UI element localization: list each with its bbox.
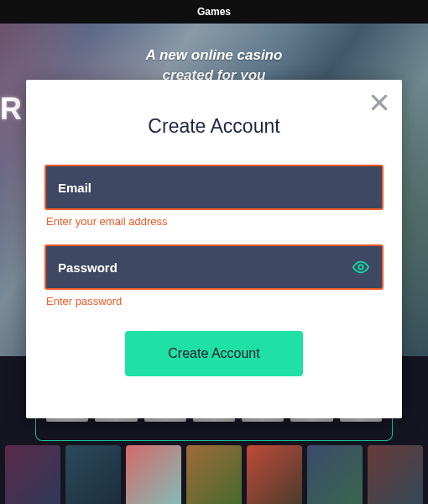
svg-point-2 <box>358 265 363 270</box>
create-account-button[interactable]: Create Account <box>125 331 303 376</box>
create-account-modal: Create Account Email Enter your email ad… <box>26 80 402 418</box>
password-error: Enter password <box>46 295 384 307</box>
modal-title: Create Account <box>44 115 384 138</box>
game-thumbnail[interactable] <box>247 445 302 504</box>
game-thumbnail[interactable] <box>186 445 242 504</box>
password-field[interactable] <box>46 246 382 288</box>
hero-line-1: A new online casino <box>0 45 428 66</box>
game-thumbnails <box>0 445 428 504</box>
game-thumbnail[interactable] <box>126 445 181 504</box>
eye-icon[interactable] <box>352 258 370 276</box>
password-field-wrapper: Password <box>44 244 384 290</box>
email-error: Enter your email address <box>46 215 384 228</box>
game-thumbnail[interactable] <box>307 445 363 504</box>
top-nav[interactable]: Games <box>0 0 428 24</box>
game-thumbnail[interactable] <box>5 445 60 504</box>
nav-games-label: Games <box>197 6 231 18</box>
game-thumbnail[interactable] <box>368 445 423 504</box>
brand-badge: R <box>0 87 22 131</box>
email-field-wrapper: Email <box>44 165 384 210</box>
game-thumbnail[interactable] <box>65 445 121 504</box>
close-icon[interactable] <box>368 92 390 113</box>
email-field[interactable] <box>46 166 382 208</box>
